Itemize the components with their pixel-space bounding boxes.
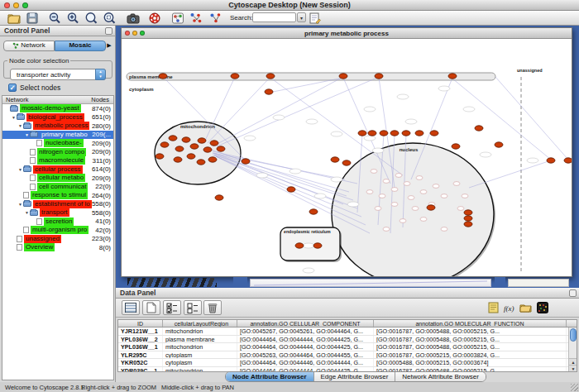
open-file-icon[interactable] bbox=[7, 12, 22, 25]
highlighted-network-node[interactable] bbox=[368, 131, 376, 136]
attribute-editor-icon[interactable] bbox=[308, 12, 323, 25]
network-node[interactable] bbox=[408, 196, 414, 200]
delete-attribute-icon[interactable] bbox=[203, 300, 222, 315]
highlighted-network-node[interactable] bbox=[198, 138, 206, 143]
tree-row-response-to-stimul[interactable]: response to stimul264(0) bbox=[2, 191, 113, 200]
vizmapper-icon[interactable] bbox=[170, 12, 185, 25]
network-window-titlebar[interactable]: primary metabolic process bbox=[122, 28, 572, 39]
tab-network-attribute-browser[interactable]: Network Attribute Browser bbox=[395, 372, 485, 381]
close-window-button[interactable] bbox=[4, 2, 10, 8]
network-node[interactable] bbox=[433, 184, 439, 189]
mitochondrion-compartment[interactable] bbox=[155, 122, 241, 184]
network-node[interactable] bbox=[412, 207, 419, 211]
highlighted-network-node[interactable] bbox=[430, 131, 438, 136]
tree-row-establishment-of-lo[interactable]: ▼establishment of lo558(0) bbox=[2, 200, 113, 209]
highlighted-network-node[interactable] bbox=[159, 74, 167, 79]
network-node[interactable] bbox=[400, 219, 406, 223]
network-node[interactable] bbox=[404, 182, 410, 186]
float-panel-icon[interactable] bbox=[105, 27, 112, 35]
attribute-matrix-icon[interactable] bbox=[535, 301, 549, 314]
tree-row-transport[interactable]: ▼transport558(0) bbox=[2, 208, 113, 218]
table-column-header[interactable]: _cellularLayoutRegion bbox=[163, 320, 237, 327]
formula-builder-icon[interactable]: f(x) bbox=[502, 301, 516, 314]
tree-row-cellular-metabo[interactable]: cellular metabo209(0) bbox=[2, 174, 113, 183]
tree-row-multi-organism-pro[interactable]: multi-organism pro42(0) bbox=[2, 226, 113, 235]
zoom-in-icon[interactable] bbox=[66, 12, 81, 25]
plasma-membrane-compartment[interactable] bbox=[127, 73, 495, 80]
table-row[interactable]: YKR052Ccytoplasm[GO:0044464, GO:0044446,… bbox=[118, 359, 577, 367]
tree-row-primary-metabo[interactable]: ▼primary metabo209(... bbox=[2, 131, 113, 140]
highlighted-network-node[interactable] bbox=[169, 136, 177, 141]
tree-row-nucleobase-[interactable]: nucleobase-209(0) bbox=[2, 139, 113, 148]
highlighted-network-node[interactable] bbox=[464, 210, 472, 215]
highlighted-network-node[interactable] bbox=[265, 89, 273, 94]
network-edge[interactable] bbox=[452, 79, 551, 160]
search-input[interactable] bbox=[252, 12, 296, 22]
table-row[interactable]: YPL036W__1mitochondrion[GO:0044464, GO:0… bbox=[118, 343, 577, 351]
network-node[interactable] bbox=[391, 188, 398, 192]
highlighted-network-node[interactable] bbox=[564, 158, 572, 163]
network-node[interactable] bbox=[453, 182, 460, 186]
network-node[interactable] bbox=[383, 227, 390, 232]
highlighted-network-node[interactable] bbox=[331, 157, 339, 162]
expand-arrow-icon[interactable]: ▼ bbox=[24, 132, 30, 137]
highlighted-network-node[interactable] bbox=[295, 243, 304, 248]
resize-grip[interactable] bbox=[571, 384, 578, 391]
highlighted-network-node[interactable] bbox=[156, 154, 164, 159]
table-row[interactable]: YPL036W__2plasma membrane[GO:0044464, GO… bbox=[118, 336, 577, 344]
expand-arrow-icon[interactable]: ▼ bbox=[11, 115, 17, 120]
highlighted-network-node[interactable] bbox=[187, 154, 195, 159]
table-row[interactable]: YLR295Ccytoplasm[GO:0045263, GO:0044464,… bbox=[118, 351, 577, 360]
network-node[interactable] bbox=[391, 203, 398, 207]
highlighted-network-node[interactable] bbox=[217, 146, 225, 151]
network-node[interactable] bbox=[395, 174, 402, 178]
highlighted-network-node[interactable] bbox=[402, 131, 410, 136]
highlighted-network-node[interactable] bbox=[452, 144, 460, 149]
tree-row-unassigned[interactable]: unassigned223(0) bbox=[2, 235, 113, 244]
network-canvas[interactable]: nucleusmitochondrionplasma membranecytop… bbox=[122, 39, 572, 276]
layout-a-icon[interactable] bbox=[189, 12, 203, 25]
highlighted-network-node[interactable] bbox=[415, 131, 423, 136]
snapshot-camera-icon[interactable] bbox=[126, 12, 141, 25]
network-node[interactable] bbox=[441, 227, 447, 232]
highlighted-network-node[interactable] bbox=[547, 158, 555, 163]
network-node[interactable] bbox=[420, 190, 427, 194]
highlighted-network-node[interactable] bbox=[448, 74, 457, 79]
highlighted-network-node[interactable] bbox=[197, 160, 205, 165]
highlighted-network-node[interactable] bbox=[342, 160, 351, 165]
table-column-header[interactable]: annotation.GO CELLULAR_COMPONENT bbox=[237, 320, 374, 327]
tab-edge-attribute-browser[interactable]: Edge Attribute Browser bbox=[314, 372, 396, 381]
tab-overflow-arrow[interactable]: ▶ bbox=[106, 42, 112, 49]
zoom-out-icon[interactable] bbox=[48, 12, 63, 25]
highlighted-network-node[interactable] bbox=[203, 147, 212, 152]
highlighted-network-node[interactable] bbox=[210, 141, 218, 146]
highlighted-network-node[interactable] bbox=[390, 131, 399, 136]
network-edge[interactable] bbox=[208, 77, 270, 143]
network-node[interactable] bbox=[371, 170, 377, 174]
tree-row-secretion[interactable]: secretion41(0) bbox=[2, 218, 113, 227]
save-session-icon[interactable] bbox=[25, 12, 40, 25]
highlighted-network-node[interactable] bbox=[266, 74, 275, 79]
table-row[interactable]: YJR121W__1mitochondrion[GO:0045267, GO:0… bbox=[118, 327, 577, 336]
expand-arrow-icon[interactable]: ▼ bbox=[17, 123, 23, 128]
highlighted-network-node[interactable] bbox=[375, 74, 383, 79]
network-node[interactable] bbox=[375, 207, 381, 211]
highlighted-network-node[interactable] bbox=[313, 243, 322, 248]
highlighted-network-node[interactable] bbox=[160, 142, 169, 147]
tree-row-cell-communicat[interactable]: cell communicat22(0) bbox=[2, 183, 113, 192]
highlighted-network-node[interactable] bbox=[190, 144, 199, 149]
network-edge[interactable] bbox=[217, 77, 379, 146]
network-node[interactable] bbox=[457, 207, 464, 211]
highlighted-network-node[interactable] bbox=[287, 187, 295, 192]
highlighted-network-node[interactable] bbox=[309, 209, 318, 214]
tree-row-biological-process[interactable]: ▼biological_process651(0) bbox=[2, 113, 113, 122]
tree-row-nitrogen-compo[interactable]: nitrogen compo209(0) bbox=[2, 148, 113, 157]
highlighted-network-node[interactable] bbox=[380, 131, 388, 136]
highlighted-network-node[interactable] bbox=[358, 131, 366, 136]
highlighted-network-node[interactable] bbox=[175, 146, 184, 151]
layout-b-icon[interactable] bbox=[208, 12, 223, 25]
expand-arrow-icon[interactable]: ▼ bbox=[24, 210, 30, 215]
network-node[interactable] bbox=[379, 194, 385, 198]
scroll-up-arrow[interactable]: ▲ bbox=[569, 358, 577, 365]
highlighted-network-node[interactable] bbox=[242, 159, 250, 164]
